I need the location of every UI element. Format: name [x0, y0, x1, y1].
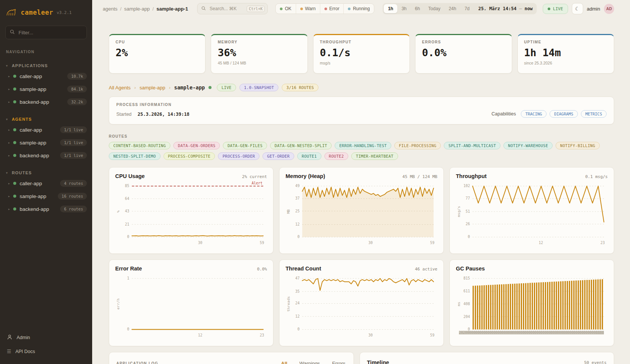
agent-badge-live[interactable]: LIVE [217, 84, 236, 91]
sidebar-section-header-routes[interactable]: ▾ROUTES [0, 169, 92, 177]
chevron-right-icon: › [134, 85, 136, 90]
status-filter-error[interactable]: Error [320, 4, 344, 14]
breadcrumb-agents[interactable]: agents [103, 6, 117, 12]
svg-text:1: 1 [127, 276, 129, 280]
sidebar-item-sample-app[interactable]: ▸sample-app1/1 live [0, 136, 92, 149]
time-range-7d[interactable]: 7d [460, 4, 474, 13]
chevron-right-icon: ▸ [8, 100, 10, 104]
chart-title: GC Pauses [456, 266, 485, 272]
route-badge-data-gen-files[interactable]: DATA-GEN-FILES [223, 142, 267, 149]
route-badge-process-composite[interactable]: PROCESS-COMPOSITE [164, 152, 215, 160]
sidebar-item-label: backend-app [20, 153, 49, 158]
search-input[interactable] [209, 6, 244, 12]
route-badge-notify-warehouse[interactable]: NOTIFY-WAREHOUSE [503, 142, 553, 149]
agent-badge-1.0-snapshot[interactable]: 1.0-SNAPSHOT [239, 84, 278, 91]
routes-section-title: ROUTES [109, 134, 614, 138]
svg-text:59: 59 [430, 333, 435, 337]
sidebar-item-api-docs[interactable]: ☰ API Docs [0, 345, 92, 358]
caret-icon: ▾ [6, 118, 8, 121]
sidebar-item-sample-app[interactable]: ▸sample-app84.1k [0, 83, 92, 95]
route-badge-route1[interactable]: ROUTE1 [297, 152, 321, 160]
sidebar-item-label: caller-app [20, 181, 42, 186]
status-filter-warn[interactable]: Warn [296, 4, 320, 14]
status-dot-icon [13, 141, 16, 144]
route-badge-process-order[interactable]: PROCESS-ORDER [218, 152, 259, 160]
stat-label: UPTIME [524, 40, 607, 44]
time-range-6h[interactable]: 6h [411, 4, 424, 13]
route-badge-file-processing[interactable]: FILE-PROCESSING [394, 142, 441, 149]
svg-text:49: 49 [295, 184, 300, 188]
route-badge-content-based-routing[interactable]: CONTENT-BASED-ROUTING [109, 142, 170, 149]
route-badge-notify-billing[interactable]: NOTIFY-BILLING [556, 142, 600, 149]
time-range-1h[interactable]: 1h [384, 4, 397, 13]
filter-input[interactable] [18, 29, 82, 36]
route-badge-data-gen-orders[interactable]: DATA-GEN-ORDERS [173, 142, 220, 149]
sidebar-section-label: APPLICATIONS [12, 63, 48, 68]
sidebar-footer-label: Admin [17, 335, 30, 340]
tab-all[interactable]: All [280, 361, 288, 364]
sidebar-item-sample-app[interactable]: ▸sample-app16 routes [0, 190, 92, 203]
process-info-panel: PROCESS INFORMATION Started 25.3.2026, 1… [109, 97, 614, 124]
breadcrumb-sample-app[interactable]: sample-app [124, 6, 150, 12]
chart-plot: 856443210%3059Alert [115, 181, 267, 247]
global-search[interactable]: Ctrl+K [197, 3, 268, 14]
status-filter-running[interactable]: Running [344, 4, 374, 14]
agent-badge-3/16 routes[interactable]: 3/16 ROUTES [282, 84, 318, 91]
sidebar-item-caller-app[interactable]: ▸caller-app1/1 live [0, 123, 92, 136]
svg-text:26: 26 [466, 222, 470, 226]
chart-header: Memory (Heap)45 MB / 124 MB [286, 173, 437, 179]
status-filter-ok[interactable]: OK [276, 4, 296, 14]
time-range-24h[interactable]: 24h [445, 4, 460, 13]
chart-plot: 493725120MB3059 [286, 181, 437, 247]
sidebar-item-backend-app[interactable]: ▸backend-app32.2k [0, 95, 92, 108]
route-badge-route2[interactable]: ROUTE2 [324, 152, 349, 160]
agent-badges: LIVE1.0-SNAPSHOT3/16 ROUTES [217, 84, 318, 91]
timeline-title: Timeline [367, 359, 389, 364]
sidebar-item-caller-app[interactable]: ▸caller-app10.7k [0, 70, 92, 83]
time-range-today[interactable]: Today [424, 4, 445, 13]
sidebar-item-backend-app[interactable]: ▸backend-app6 routes [0, 203, 92, 215]
chart-card-error-rate: Error Rate0.0%10err/h1223 [109, 260, 273, 346]
logo[interactable]: cameleer v3.2.1 [0, 5, 92, 26]
theme-toggle-moon-icon[interactable]: ☾ [572, 3, 583, 14]
capabilities: Capabilities TRACINGDIAGRAMSMETRICS [491, 110, 607, 118]
search-kbd-hint: Ctrl+K [247, 6, 265, 12]
svg-text:0: 0 [127, 235, 129, 239]
menu-icon: ☰ [7, 349, 11, 354]
agent-crumb-sample-app[interactable]: sample-app [140, 85, 165, 91]
avatar[interactable]: AD [604, 4, 614, 14]
tab-errors[interactable]: Errors [331, 361, 346, 364]
svg-text:77: 77 [466, 196, 470, 200]
sidebar-item-badge: 1/1 live [60, 126, 87, 133]
time-range-3h[interactable]: 3h [397, 4, 411, 13]
date-from: 25. März 14:54 [478, 6, 516, 11]
agent-crumb-all-agents[interactable]: All Agents [109, 85, 131, 91]
route-badge-timer-heartbeat[interactable]: TIMER-HEARTBEAT [351, 152, 398, 160]
live-indicator[interactable]: LIVE [543, 4, 568, 14]
date-separator: — [519, 6, 522, 11]
route-badge-split-and-multicast[interactable]: SPLIT-AND-MULTICAST [444, 142, 500, 149]
tab-warnings[interactable]: Warnings [299, 361, 321, 364]
status-dot-icon [348, 8, 351, 10]
svg-text:102: 102 [463, 184, 470, 188]
stat-subtext: msg/s [320, 61, 403, 65]
sidebar-item-admin[interactable]: Admin [0, 330, 92, 345]
sidebar-item-label: backend-app [20, 206, 49, 212]
svg-text:21: 21 [125, 222, 130, 226]
route-badge-data-gen-nested-split[interactable]: DATA-GEN-NESTED-SPLIT [270, 142, 332, 149]
app-version: v3.2.1 [57, 10, 72, 15]
date-range[interactable]: 25. März 14:54—now [474, 6, 536, 11]
route-badge-nested-split-demo[interactable]: NESTED-SPLIT-DEMO [109, 152, 161, 160]
stat-cards-row: CPU2%MEMORY36%45 MB / 124 MBTHROUGHPUT0.… [109, 34, 614, 74]
svg-text:47: 47 [295, 276, 300, 280]
svg-text:threads: threads [286, 296, 290, 312]
route-badge-get-order[interactable]: GET-ORDER [262, 152, 294, 160]
svg-text:0: 0 [297, 235, 300, 239]
status-dot-icon [13, 100, 16, 103]
sidebar-item-backend-app[interactable]: ▸backend-app1/1 live [0, 149, 92, 162]
sidebar-item-caller-app[interactable]: ▸caller-app4 routes [0, 177, 92, 190]
sidebar-section-header-applications[interactable]: ▾APPLICATIONS [0, 61, 92, 70]
route-badge-error-handling-test[interactable]: ERROR-HANDLING-TEST [335, 142, 391, 149]
sidebar-section-header-agents[interactable]: ▾AGENTS [0, 115, 92, 123]
sidebar-filter[interactable] [5, 26, 87, 39]
